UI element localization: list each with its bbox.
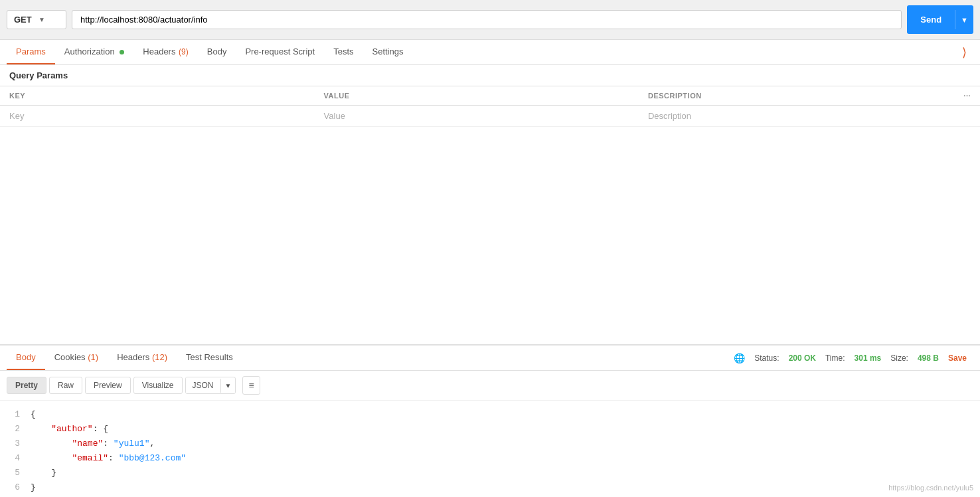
code-line-2: 2 "author": { [9,422,971,437]
table-row: Key Value Description [0,106,980,127]
tab-settings[interactable]: Settings [363,40,413,64]
method-select[interactable]: GET ▼ [7,10,66,29]
tab-body-label: Body [207,47,227,56]
tab-authorization[interactable]: Authorization [55,40,134,64]
code-line-3: 3 "name": "yulu1", [9,437,971,451]
response-tab-headers[interactable]: Headers (12) [108,346,177,370]
method-chevron: ▼ [39,16,59,23]
query-params-label: Query Params [9,70,68,80]
response-tab-cookies-label: Cookies [54,352,86,362]
save-response-button[interactable]: Save [948,353,967,363]
tab-headers[interactable]: Headers (9) [133,40,197,64]
globe-icon: 🌐 [734,353,745,363]
headers-badge: (9) [179,47,189,56]
tab-headers-label: Headers [143,47,175,56]
right-indicator: ⟩ [955,45,973,60]
format-raw-button[interactable]: Raw [49,377,82,394]
format-preview-button[interactable]: Preview [85,377,131,394]
watermark: https://blog.csdn.net/yulu5 [888,484,973,492]
code-line-6: 6 } [9,480,971,495]
format-pretty-button[interactable]: Pretty [7,377,46,394]
response-tab-test-results[interactable]: Test Results [177,346,242,370]
code-line-5: 5 } [9,466,971,480]
resp-headers-badge: (12) [152,352,167,362]
description-cell[interactable]: Description [639,106,954,127]
status-label: Status: [754,353,779,363]
tab-body[interactable]: Body [198,40,236,64]
response-tab-test-results-label: Test Results [186,352,233,362]
wrap-icon-button[interactable]: ≡ [242,376,260,395]
response-tab-cookies[interactable]: Cookies (1) [45,346,108,370]
response-tab-headers-label: Headers [117,352,149,362]
status-value: 200 OK [789,353,816,363]
col-desc-header: DESCRIPTION [639,86,954,106]
method-label: GET [14,15,35,25]
format-type-arrow[interactable]: ▼ [220,379,236,393]
col-actions-header: ··· [954,86,980,106]
time-value: 301 ms [855,353,882,363]
tab-authorization-label: Authorization [64,47,115,56]
size-value: 498 B [918,353,939,363]
key-cell[interactable]: Key [0,106,315,127]
authorization-dot [120,50,124,54]
send-button-main[interactable]: Send [907,10,955,29]
tab-tests[interactable]: Tests [324,40,363,64]
line-num-2: 2 [9,422,20,437]
format-type-dropdown[interactable]: JSON ▼ [185,377,236,394]
tab-prerequest[interactable]: Pre-request Script [236,40,324,64]
line-num-1: 1 [9,407,20,422]
col-key-header: KEY [0,86,315,106]
code-line-1: 1 { [9,407,971,422]
query-params-header: Query Params [0,65,980,86]
url-input[interactable] [72,10,902,29]
request-tab-bar: Params Authorization Headers (9) Body Pr… [0,40,980,65]
send-button[interactable]: Send ▼ [907,5,973,34]
tab-params-label: Params [16,47,46,56]
line-num-4: 4 [9,451,20,466]
time-label: Time: [825,353,845,363]
response-tab-bar: Body Cookies (1) Headers (12) Test Resul… [0,346,980,371]
value-cell[interactable]: Value [315,106,639,127]
response-tab-body-label: Body [16,352,36,362]
format-type-label[interactable]: JSON [186,377,220,393]
code-line-4: 4 "email": "bbb@123.com" [9,451,971,466]
response-section: Body Cookies (1) Headers (12) Test Resul… [0,344,980,497]
code-block: 1 { 2 "author": { 3 "name": "yulu1", 4 "… [0,401,980,497]
tab-tests-label: Tests [333,47,353,56]
cookies-badge: (1) [88,352,98,362]
response-tab-body[interactable]: Body [7,346,45,370]
format-bar: Pretty Raw Preview Visualize JSON ▼ ≡ [0,371,980,401]
col-value-header: VALUE [315,86,639,106]
line-num-5: 5 [9,466,20,480]
size-label: Size: [890,353,908,363]
response-status: 🌐 Status: 200 OK Time: 301 ms Size: 498 … [734,353,973,363]
tab-prerequest-label: Pre-request Script [245,47,315,56]
tab-params[interactable]: Params [7,40,55,64]
line-num-6: 6 [9,480,20,495]
send-dropdown-arrow[interactable]: ▼ [955,11,973,29]
format-visualize-button[interactable]: Visualize [133,377,183,394]
tab-settings-label: Settings [372,47,404,56]
actions-cell [954,106,980,127]
params-table: KEY VALUE DESCRIPTION ··· Key Value Desc… [0,86,980,127]
upper-section: Query Params KEY VALUE DESCRIPTION ··· K… [0,65,980,344]
line-num-3: 3 [9,437,20,451]
top-bar: GET ▼ Send ▼ [0,0,980,40]
